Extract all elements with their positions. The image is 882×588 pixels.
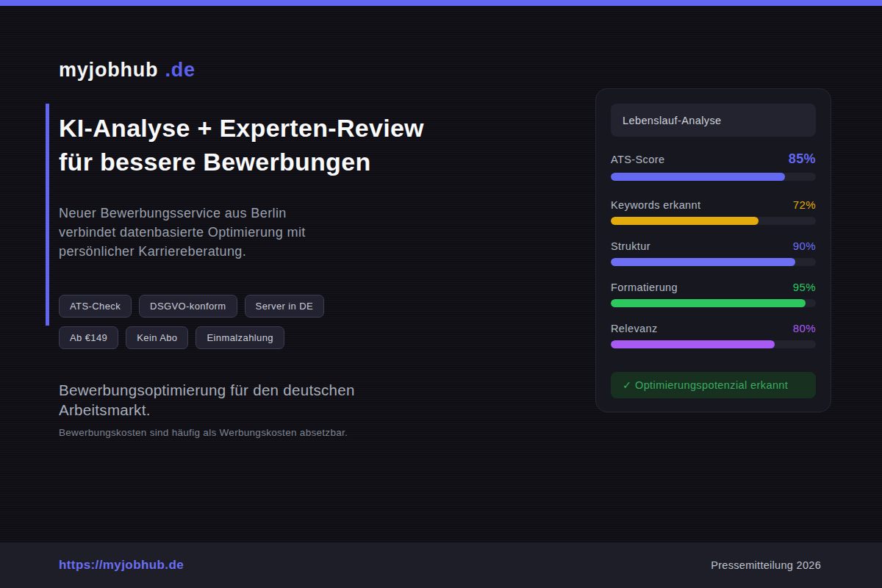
logo: myjobhub.de <box>59 59 544 82</box>
metric-bar-fill <box>611 299 806 307</box>
resume-analysis-card: Lebenslauf-Analyse ATS-Score 85% Keyword… <box>595 88 831 412</box>
statement-block: Bewerbungsoptimierung für den deutschen … <box>59 380 544 438</box>
metric-value: 90% <box>793 240 816 252</box>
metric-bar-track <box>611 258 816 266</box>
hero-subtitle-line-2: verbindet datenbasierte Optimierung mit <box>59 223 544 242</box>
metric-bar-track <box>611 340 816 348</box>
metric-bar-fill <box>611 258 795 266</box>
footer: https://myjobhub.de Pressemitteilung 202… <box>0 542 882 588</box>
metric-label: Formatierung <box>611 282 678 293</box>
hero-subtitle-line-3: persönlicher Karriereberatung. <box>59 242 544 261</box>
metric-label: Relevanz <box>611 323 658 334</box>
metric-relevanz: Relevanz 80% <box>611 322 816 348</box>
statement-text: Bewerbungsoptimierung für den deutschen … <box>59 380 544 420</box>
metric-ats-score: ATS-Score 85% <box>611 151 816 181</box>
metric-keywords: Keywords erkannt 72% <box>611 198 816 225</box>
metric-value: 72% <box>793 198 816 211</box>
hero-subtitle-line-1: Neuer Bewerbungsservice aus Berlin <box>59 204 544 223</box>
badge-row-2: Ab €149 Kein Abo Einmalzahlung <box>59 326 544 349</box>
footer-press-label: Pressemitteilung 2026 <box>711 559 821 571</box>
metric-label: Struktur <box>611 240 650 252</box>
page-title-line-2: für bessere Bewerbungen <box>59 145 544 179</box>
badge-price: Ab €149 <box>59 326 118 349</box>
result-badge: ✓ Optimierungspotenzial erkannt <box>611 372 816 398</box>
metric-formatierung: Formatierung 95% <box>611 281 816 307</box>
metric-label: Keywords erkannt <box>611 199 700 211</box>
card-title: Lebenslauf-Analyse <box>611 104 816 137</box>
metric-bar-fill <box>611 217 759 225</box>
metric-label: ATS-Score <box>611 154 664 165</box>
logo-tld: .de <box>165 59 195 81</box>
metric-struktur: Struktur 90% <box>611 240 816 266</box>
metric-value: 80% <box>793 322 816 334</box>
metric-bar-track <box>611 173 816 181</box>
hero-section: KI-Analyse + Experten-Review für bessere… <box>46 104 544 326</box>
left-column: myjobhub.de KI-Analyse + Experten-Review… <box>59 0 544 438</box>
badge-row-1: ATS-Check DSGVO-konform Server in DE <box>59 295 544 318</box>
metric-bar-track <box>611 299 816 307</box>
metric-bar-fill <box>611 340 775 348</box>
statement-line-2: Arbeitsmarkt. <box>59 400 544 420</box>
badge-ats-check: ATS-Check <box>59 295 132 318</box>
badge-server-de: Server in DE <box>245 295 325 318</box>
metric-bar-track <box>611 217 816 225</box>
metric-value: 95% <box>793 281 816 293</box>
logo-name: myjobhub <box>59 59 158 81</box>
page-title-line-1: KI-Analyse + Experten-Review <box>59 111 544 145</box>
page-title: KI-Analyse + Experten-Review für bessere… <box>59 111 544 179</box>
badge-one-time-payment: Einmalzahlung <box>196 326 284 349</box>
metric-bar-fill <box>611 173 785 181</box>
metric-value: 85% <box>789 151 816 167</box>
statement-line-1: Bewerbungsoptimierung für den deutschen <box>59 380 544 400</box>
hero-subtitle: Neuer Bewerbungsservice aus Berlin verbi… <box>59 204 544 261</box>
footer-link[interactable]: https://myjobhub.de <box>59 558 184 573</box>
statement-note: Bewerbungskosten sind häufig als Werbung… <box>59 427 544 438</box>
badge-dsgvo: DSGVO-konform <box>139 295 237 318</box>
badge-no-subscription: Kein Abo <box>126 326 188 349</box>
